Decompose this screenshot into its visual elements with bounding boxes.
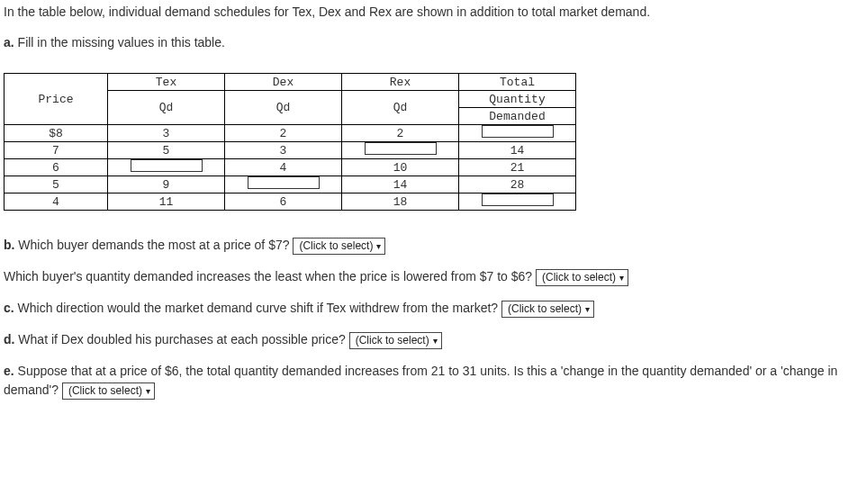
chevron-down-icon: ▾ [433, 335, 438, 347]
part-e: e. Suppose that at a price of $6, the to… [4, 362, 845, 400]
cell-tex: 11 [108, 194, 225, 211]
part-c-text: Which direction would the market demand … [18, 301, 499, 315]
part-d-label: d. [4, 332, 14, 346]
hdr-dex-name: Dex [225, 74, 342, 91]
cell-price: $8 [5, 125, 108, 142]
cell-rex [342, 142, 459, 159]
hdr-rex-name: Rex [342, 74, 459, 91]
part-c-label: c. [4, 301, 14, 315]
select-e[interactable]: (Click to select)▾ [62, 382, 155, 400]
part-e-label: e. [4, 364, 14, 378]
hdr-rex-qd: Qd [342, 91, 459, 125]
part-c: c. Which direction would the market dema… [4, 299, 845, 318]
cell-price: 5 [5, 176, 108, 194]
blank-input[interactable] [248, 176, 320, 189]
chevron-down-icon: ▾ [585, 303, 590, 316]
cell-rex: 18 [342, 194, 459, 211]
part-d-text: What if Dex doubled his purchases at eac… [18, 332, 345, 346]
demand-table: Price Tex Dex Rex Total Qd Qd Qd Quantit… [4, 73, 576, 211]
hdr-price: Price [5, 74, 108, 125]
select-d[interactable]: (Click to select)▾ [349, 332, 442, 349]
select-b1-text: (Click to select) [299, 239, 373, 252]
chevron-down-icon: ▾ [146, 385, 150, 398]
blank-input[interactable] [131, 159, 203, 172]
cell-tex [108, 159, 225, 176]
select-b2[interactable]: (Click to select)▾ [536, 269, 628, 286]
part-a-text: Fill in the missing values in this table… [18, 35, 225, 50]
table-row: $8 3 2 2 [5, 125, 576, 142]
select-e-text: (Click to select) [68, 384, 142, 397]
part-a-label: a. [4, 35, 14, 50]
select-b1[interactable]: (Click to select)▾ [293, 238, 385, 255]
hdr-dex-qd: Qd [225, 91, 342, 125]
table-row: 5 9 14 28 [5, 176, 576, 194]
cell-total: 14 [459, 142, 576, 159]
cell-rex: 14 [342, 176, 459, 194]
cell-price: 7 [5, 142, 108, 159]
cell-tex: 5 [108, 142, 225, 159]
cell-price: 4 [5, 194, 108, 211]
cell-tex: 3 [108, 125, 225, 142]
cell-dex: 4 [225, 159, 342, 176]
cell-dex [225, 176, 342, 194]
cell-dex: 3 [225, 142, 342, 159]
part-b-q2-text: Which buyer's quantity demanded increase… [4, 269, 532, 284]
cell-total: 21 [459, 159, 576, 176]
hdr-total-2: Quantity [459, 91, 576, 108]
hdr-total-1: Total [459, 74, 576, 91]
chevron-down-icon: ▾ [376, 240, 381, 253]
cell-total [459, 194, 576, 211]
chevron-down-icon: ▾ [619, 272, 624, 284]
part-a: a. Fill in the missing values in this ta… [4, 34, 845, 52]
part-b-q1-text: Which buyer demands the most at a price … [18, 238, 289, 252]
table-row: 7 5 3 14 [5, 142, 576, 159]
cell-dex: 6 [225, 194, 342, 211]
cell-total: 28 [459, 176, 576, 194]
select-b2-text: (Click to select) [542, 271, 616, 284]
cell-rex: 2 [342, 125, 459, 142]
cell-price: 6 [5, 159, 108, 176]
hdr-tex-qd: Qd [108, 91, 225, 125]
part-d: d. What if Dex doubled his purchases at … [4, 330, 845, 349]
blank-input[interactable] [482, 194, 554, 206]
hdr-tex-name: Tex [108, 74, 225, 91]
select-d-text: (Click to select) [356, 334, 429, 346]
cell-total [459, 125, 576, 142]
table-row: 4 11 6 18 [5, 194, 576, 211]
intro-text: In the table below, individual demand sc… [4, 4, 845, 22]
select-c[interactable]: (Click to select)▾ [501, 301, 594, 318]
part-b-label: b. [4, 238, 14, 252]
select-c-text: (Click to select) [508, 302, 582, 315]
cell-dex: 2 [225, 125, 342, 142]
part-b-q1: b. Which buyer demands the most at a pri… [4, 236, 845, 255]
blank-input[interactable] [482, 125, 554, 138]
cell-rex: 10 [342, 159, 459, 176]
hdr-total-3: Demanded [459, 108, 576, 125]
table-row: 6 4 10 21 [5, 159, 576, 176]
blank-input[interactable] [365, 142, 437, 155]
cell-tex: 9 [108, 176, 225, 194]
part-b-q2: Which buyer's quantity demanded increase… [4, 267, 845, 286]
